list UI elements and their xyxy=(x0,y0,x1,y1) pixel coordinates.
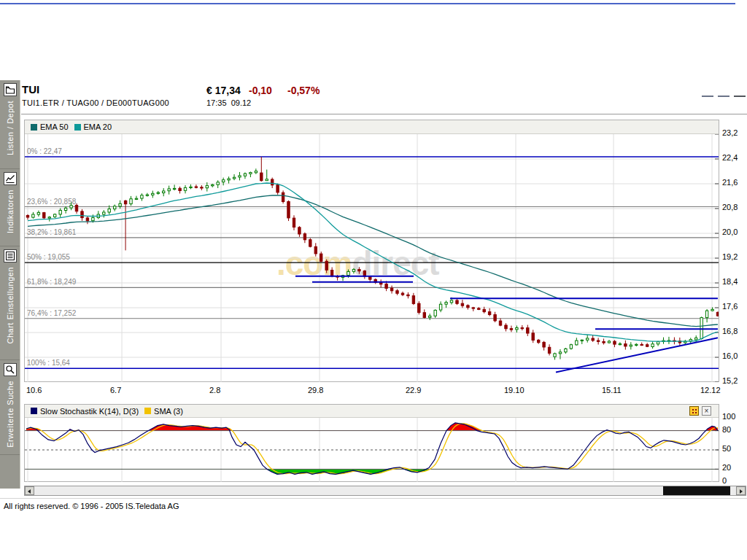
quote-time: 17:35 xyxy=(206,98,227,107)
legend-label: EMA 50 xyxy=(40,122,69,131)
stochastic-legend: × Slow Stochastik K(14), D(3)SMA (3) xyxy=(25,405,719,418)
quote-date: 09.12 xyxy=(231,98,252,107)
copyright-text: All rights reserved. © 1996 - 2005 IS.Te… xyxy=(4,502,179,510)
chart-icon xyxy=(4,172,17,185)
legend-label: Slow Stochastik K(14), D(3) xyxy=(40,407,139,416)
stochastic-panel: × Slow Stochastik K(14), D(3)SMA (3) xyxy=(24,404,719,482)
price-axis-label: 22,4 xyxy=(722,153,747,162)
sidebar-tab-label: Chart Einstellungen xyxy=(6,267,15,344)
stochastic-axis-label: 50 xyxy=(722,444,747,453)
indicator-settings-button[interactable] xyxy=(689,406,699,416)
instrument-symbol: TUI xyxy=(22,83,39,96)
scroll-left-button[interactable] xyxy=(25,486,34,495)
svg-text:100% : 15,64: 100% : 15,64 xyxy=(27,359,70,367)
top-accent-line xyxy=(0,3,735,4)
svg-text:0% : 22,47: 0% : 22,47 xyxy=(27,147,62,155)
properties-icon xyxy=(4,249,17,262)
price-axis-label: 17,6 xyxy=(722,302,747,311)
legend-swatch xyxy=(74,124,81,131)
stochastic-axis-label: 100 xyxy=(722,412,747,421)
date-axis-label: 29.8 xyxy=(308,386,323,394)
last-price: € 17,34 xyxy=(206,85,241,96)
price-axis-label: 23,2 xyxy=(722,128,747,137)
price-axis-label: 16,8 xyxy=(722,327,747,335)
price-axis-label: 19,2 xyxy=(722,252,747,261)
right-arrow-icon xyxy=(740,489,743,494)
price-axis-label: 21,6 xyxy=(722,178,747,187)
price-axis-label: 15,2 xyxy=(722,376,747,385)
sidebar-tab-label: Indikatoren xyxy=(6,190,15,233)
price-axis-label: 18,4 xyxy=(722,277,747,286)
legend-label: EMA 20 xyxy=(84,122,112,131)
stochastic-axis-label: 0 xyxy=(722,476,747,485)
price-change-absolute: -0,10 xyxy=(249,85,272,96)
left-arrow-icon xyxy=(28,489,31,494)
svg-text:61,8% : 18,249: 61,8% : 18,249 xyxy=(27,278,77,286)
quote-timestamp: 17:35 09.12 xyxy=(206,98,251,107)
date-axis-label: 22.9 xyxy=(406,386,421,394)
date-axis-label: 19.10 xyxy=(504,386,525,394)
legend-swatch xyxy=(144,408,151,414)
search-icon xyxy=(4,363,17,376)
sidebar: Listen / DepotIndikatorenChart Einstellu… xyxy=(0,80,20,489)
price-axis-label: 20,8 xyxy=(722,203,747,211)
stochastic-canvas[interactable] xyxy=(25,418,719,482)
price-chart-panel: EMA 50EMA 20 .comdirect 0% : 22,4723,6% … xyxy=(24,120,719,382)
footer-divider xyxy=(0,498,747,499)
svg-text:23,6% : 20,858: 23,6% : 20,858 xyxy=(27,198,77,206)
scrollbar-thumb[interactable] xyxy=(663,486,730,495)
instrument-identifiers: TUI1.ETR / TUAG00 / DE000TUAG000 xyxy=(22,98,169,107)
sidebar-tab-listen-depot[interactable]: Listen / Depot xyxy=(0,80,20,169)
sidebar-tab-indikatoren[interactable]: Indikatoren xyxy=(0,169,20,246)
sidebar-tab-erweiterte-suche[interactable]: Erweiterte Suche xyxy=(0,360,20,455)
svg-text:76,4% : 17,252: 76,4% : 17,252 xyxy=(27,309,77,317)
date-axis-label: 2.8 xyxy=(209,386,220,394)
application-window: Listen / DepotIndikatorenChart Einstellu… xyxy=(0,0,747,560)
sidebar-tab-label: Erweiterte Suche xyxy=(6,381,15,448)
legend-label: SMA (3) xyxy=(154,407,183,416)
price-axis-label: 16,0 xyxy=(722,351,747,360)
sidebar-tab-chart-einstellungen[interactable]: Chart Einstellungen xyxy=(0,246,20,360)
horizontal-scrollbar[interactable] xyxy=(24,486,746,496)
scroll-right-button[interactable] xyxy=(736,486,746,495)
indicator-close-button[interactable]: × xyxy=(702,406,711,416)
stochastic-axis-label: 80 xyxy=(722,425,747,434)
window-control-dash-2 xyxy=(718,96,729,97)
price-axis-label: 20,0 xyxy=(722,228,747,236)
stochastic-axis-label: 20 xyxy=(722,463,747,472)
price-change-percent: -0,57% xyxy=(287,85,320,96)
date-axis-label: 6.7 xyxy=(110,386,121,394)
folder-icon xyxy=(4,83,17,96)
svg-text:38,2% : 19,861: 38,2% : 19,861 xyxy=(27,228,77,236)
sidebar-tab-label: Listen / Depot xyxy=(6,101,15,155)
date-axis-label: 15.11 xyxy=(602,386,622,394)
legend-swatch xyxy=(31,408,37,414)
header-divider xyxy=(21,114,747,114)
legend-swatch xyxy=(31,124,37,131)
window-control-dash-1 xyxy=(702,96,713,97)
window-control-dash-3 xyxy=(734,96,746,97)
svg-text:50% : 19,055: 50% : 19,055 xyxy=(27,253,70,261)
date-axis-label: 12.12 xyxy=(700,386,721,394)
date-axis-label: 10.6 xyxy=(26,386,42,394)
price-chart-legend: EMA 50EMA 20 xyxy=(25,120,719,134)
